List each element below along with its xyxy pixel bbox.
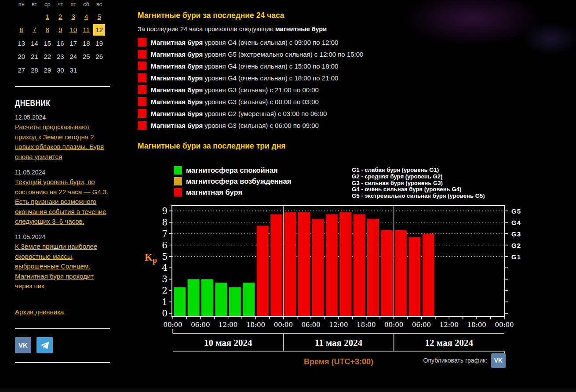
calendar-weekday: пт	[70, 1, 76, 7]
y-axis-label: 7	[162, 229, 168, 239]
storm-level-icon	[138, 38, 146, 47]
calendar-day: 19	[95, 40, 103, 47]
kp-bar	[215, 283, 227, 316]
x-axis-label: 00:00	[495, 321, 514, 329]
calendar-day-link[interactable]: 7	[33, 26, 36, 33]
diary-entry-link[interactable]: Расчеты предсказывают приход к Земле сег…	[15, 122, 109, 162]
calendar-day-link[interactable]: 8	[46, 26, 49, 33]
day-label: 10 мая 2024	[204, 338, 252, 348]
calendar-day: 13	[18, 40, 25, 47]
storm-level-icon	[138, 85, 146, 94]
calendar-weekday: сб	[83, 1, 89, 7]
kp-bar	[284, 212, 296, 316]
section-title-24h: Магнитные бури за последние 24 часа	[138, 11, 284, 20]
calendar-weekday: вт	[32, 1, 37, 7]
calendar-day: 30	[57, 66, 64, 74]
diary-entry: 11.05.2024К Земле пришли наиболее скорос…	[15, 233, 109, 291]
kp-bar	[188, 279, 200, 316]
x-axis-label: 00:00	[163, 321, 182, 329]
kp-bar	[270, 214, 282, 316]
diary-entry-link[interactable]: Текущий уровень бури, по состоянию на 22…	[15, 177, 109, 227]
divider	[15, 328, 110, 329]
g-level-label: G4	[511, 219, 521, 226]
x-axis-label: 18:00	[246, 321, 265, 329]
calendar-day-link[interactable]: 10	[69, 26, 77, 33]
legend-item: магнитная буря	[174, 188, 291, 196]
chart-legend: магнитосфера спокойнаямагнитосфера возбу…	[174, 166, 291, 199]
publish-row: Опубликовать график: VK	[416, 353, 506, 368]
calendar-day: 24	[69, 53, 77, 60]
vk-share-button[interactable]: VK	[491, 353, 506, 368]
kp-bar	[381, 230, 393, 316]
storm-level-icon	[138, 97, 146, 106]
calendar-day-link[interactable]: 3	[72, 13, 75, 20]
calendar-day-link[interactable]: 4	[84, 13, 88, 20]
kp-bar	[354, 214, 365, 316]
calendar-day-today[interactable]: 12	[93, 24, 105, 36]
calendar-day: 25	[83, 53, 90, 60]
calendar-day-link[interactable]: 11	[83, 26, 90, 33]
y-axis-label: 2	[162, 285, 168, 296]
section-title-3days: Магнитные бури за последние три дня	[138, 142, 285, 151]
legend-color-swatch	[174, 177, 182, 185]
calendar-day: 26	[95, 53, 103, 60]
x-axis-label: 06:00	[412, 321, 431, 329]
storm-level-icon	[138, 50, 146, 58]
calendar-day-link[interactable]: 5	[98, 13, 101, 20]
storm-level-icon	[138, 109, 146, 118]
calendar-day: 15	[44, 40, 51, 47]
calendar-day-link[interactable]: 9	[58, 26, 62, 33]
storm-level-icon	[138, 62, 146, 70]
kp-bar	[339, 212, 351, 316]
diary-entry-date: 11.05.2024	[15, 233, 109, 240]
x-axis-label: 00:00	[274, 321, 293, 329]
calendar-day: 20	[18, 53, 25, 60]
storm-item-text: Магнитная буря уровня G5 (экстремально с…	[151, 51, 363, 58]
diary-heading: ДНЕВНИК	[15, 99, 50, 108]
legend-item: магнитосфера спокойная	[174, 166, 291, 174]
telegram-icon[interactable]	[36, 337, 53, 353]
calendar-weekday: вс	[96, 1, 102, 7]
diary-entry: 11.05.2024Текущий уровень бури, по состо…	[15, 169, 109, 227]
kp-bar	[326, 214, 338, 316]
vk-icon[interactable]: VK	[15, 337, 31, 353]
diary-archive-link[interactable]: Архив дневника	[15, 308, 64, 316]
storm-item: Магнитная буря уровня G3 (сильная) с 21:…	[138, 85, 363, 94]
y-axis-label: 1	[162, 297, 168, 307]
calendar-day-link[interactable]: 6	[20, 26, 23, 33]
kp-bar	[298, 212, 310, 316]
diary-entry-link[interactable]: К Земле пришли наиболее скоростные массы…	[15, 242, 109, 291]
g-level-label: G5	[511, 207, 521, 215]
storms-subtitle: За последние 24 часа произошли следующие…	[138, 25, 327, 33]
storm-item: Магнитная буря уровня G2 (умеренная) с 0…	[138, 109, 363, 118]
vk-icon-label: VK	[18, 341, 28, 349]
x-axis-label: 06:00	[191, 321, 210, 329]
kp-bar	[408, 237, 420, 316]
storm-item: Магнитная буря уровня G4 (очень сильная)…	[138, 73, 363, 82]
level-legend-line: G1 - слабая буря (уровень G1)	[352, 167, 485, 174]
kp-chart: G1G2G3G4G5012345678900:0006:0012:0018:00…	[139, 202, 532, 371]
day-label: 12 мая 2024	[425, 338, 474, 348]
calendar: пнвтсрчтптсбвс12345678910111213141516171…	[15, 0, 106, 77]
legend-label: магнитная буря	[186, 188, 242, 196]
storm-item: Магнитная буря уровня G3 (сильная) с 06:…	[138, 121, 363, 130]
calendar-day-link[interactable]: 1	[46, 13, 49, 20]
calendar-day-link[interactable]: 2	[58, 13, 62, 20]
calendar-weekday: пн	[18, 1, 25, 7]
calendar-day: 22	[44, 53, 51, 60]
bottom-strip	[0, 388, 576, 392]
y-axis-label: 4	[162, 262, 168, 273]
legend-label: магнитосфера спокойная	[186, 166, 278, 174]
y-axis-label: 5	[162, 251, 168, 262]
storm-item: Магнитная буря уровня G5 (экстремально с…	[138, 50, 363, 58]
y-axis-label: 3	[162, 274, 168, 284]
kp-bar	[229, 287, 241, 316]
main-content: Магнитные бури за последние 24 часа За п…	[138, 0, 560, 392]
diary-entry-date: 11.05.2024	[15, 169, 109, 176]
levels-legend: G1 - слабая буря (уровень G1)G2 - средня…	[352, 167, 485, 200]
storm-item-text: Магнитная буря уровня G3 (сильная) с 00:…	[151, 98, 319, 105]
x-axis-label: 18:00	[357, 321, 375, 329]
level-legend-line: G2 - средняя буря (уровень G2)	[352, 174, 485, 180]
kp-bar	[367, 219, 379, 316]
g-level-label: G2	[511, 242, 521, 249]
